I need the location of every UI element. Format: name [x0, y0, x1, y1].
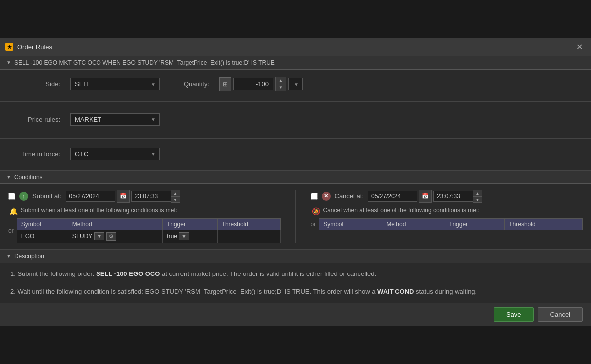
- time-in-force-select[interactable]: GTC DAY IOC: [70, 148, 160, 160]
- submit-date-input[interactable]: [66, 191, 115, 202]
- quantity-label: Quantity:: [170, 80, 209, 88]
- conditions-section: ↑ Submit at: 📅 ▲ ▼: [0, 184, 591, 250]
- submit-condition-text: Submit when at least one of the followin…: [21, 207, 177, 214]
- conditions-label: Conditions: [14, 174, 43, 181]
- cancel-or-label: or: [311, 221, 316, 228]
- order-summary-text: SELL -100 EGO MKT GTC OCO WHEN EGO STUDY…: [14, 59, 275, 66]
- side-select[interactable]: SELL BUY: [70, 78, 160, 90]
- description-label: Description: [14, 253, 44, 260]
- chevron-down-icon: ▼: [6, 60, 11, 65]
- time-in-force-select-wrapper: GTC DAY IOC: [70, 148, 160, 160]
- time-in-force-row: Time in force: GTC DAY IOC: [10, 148, 581, 160]
- submit-time-wrapper: ▲ ▼: [131, 190, 180, 203]
- submit-col-symbol: Symbol: [17, 218, 68, 230]
- side-label: Side:: [10, 80, 60, 88]
- submit-datetime-group: 📅 ▲ ▼: [66, 190, 180, 203]
- cancel-header: ✕ Cancel at: 📅 ▲ ▼: [311, 190, 583, 203]
- cancel-col-method: Method: [382, 218, 445, 230]
- submit-col-method: Method: [68, 218, 163, 230]
- submit-desc-icon: 🔔: [9, 207, 18, 215]
- quantity-down-button[interactable]: ▼: [276, 84, 286, 91]
- desc-line1-prefix: 1. Submit the following order:: [10, 270, 96, 277]
- cancel-time-input[interactable]: [433, 191, 473, 202]
- trigger-dropdown-button[interactable]: ▼: [179, 232, 189, 240]
- cancel-at-label: Cancel at:: [335, 192, 364, 200]
- title-bar-left: ★ Order Rules: [5, 43, 52, 51]
- dialog-title: Order Rules: [17, 43, 52, 51]
- submit-col-threshold: Threshold: [217, 218, 280, 230]
- cancel-datetime-group: 📅 ▲ ▼: [368, 190, 482, 203]
- price-rules-select[interactable]: MARKET LIMIT STOP: [70, 113, 160, 126]
- description-line2: 2. Wait until the following condition is…: [10, 287, 581, 297]
- side-qty-row: Side: SELL BUY Quantity: ⊞ ▲ ▼: [10, 77, 581, 91]
- submit-row-symbol: EGO: [17, 230, 68, 243]
- cancel-button[interactable]: Cancel: [538, 307, 583, 322]
- method-dropdown-button[interactable]: ▼: [94, 232, 104, 240]
- price-rules-row: Price rules: MARKET LIMIT STOP: [10, 113, 581, 126]
- cancel-checkbox[interactable]: [311, 193, 318, 200]
- conditions-row: ↑ Submit at: 📅 ▲ ▼: [8, 190, 583, 243]
- cancel-table-wrapper: or Symbol Method Trigger Threshold: [311, 218, 583, 230]
- side-qty-section: Side: SELL BUY Quantity: ⊞ ▲ ▼: [0, 70, 591, 102]
- submit-row-method: STUDY ▼ ⚙: [68, 230, 163, 243]
- table-row: EGO STUDY ▼ ⚙: [17, 230, 280, 243]
- price-rules-section: Price rules: MARKET LIMIT STOP: [0, 106, 591, 136]
- footer: Save Cancel: [0, 303, 591, 326]
- submit-table-wrapper: or Symbol Method Trigger Threshold: [8, 218, 281, 243]
- desc-line2-rest: status during waiting.: [414, 288, 477, 295]
- submit-checkbox[interactable]: [8, 193, 15, 200]
- conditions-chevron-icon: ▼: [6, 174, 11, 180]
- submit-header: ↑ Submit at: 📅 ▲ ▼: [8, 190, 281, 203]
- order-summary-header: ▼ SELL -100 EGO MKT GTC OCO WHEN EGO STU…: [0, 56, 591, 70]
- app-icon: ★: [5, 43, 13, 51]
- conditions-header: ▼ Conditions: [0, 171, 591, 184]
- desc-line2-prefix: 2. Wait until the following condition is…: [10, 288, 377, 295]
- price-rules-label: Price rules:: [10, 116, 60, 123]
- cancel-time-up-button[interactable]: ▲: [473, 190, 482, 196]
- cancel-calendar-button[interactable]: 📅: [419, 190, 432, 203]
- cancel-icon: ✕: [322, 192, 331, 201]
- cancel-conditions-table: Symbol Method Trigger Threshold: [319, 218, 583, 230]
- trigger-cell: true ▼: [167, 232, 213, 240]
- submit-icon: ↑: [19, 192, 28, 201]
- quantity-up-button[interactable]: ▲: [276, 77, 286, 84]
- cancel-time-down-button[interactable]: ▼: [473, 196, 482, 203]
- submit-row-trigger: true ▼: [163, 230, 217, 243]
- cancel-condition-desc: 🔕 Cancel when at least one of the follow…: [311, 207, 583, 215]
- cancel-date-input[interactable]: [368, 191, 417, 202]
- submit-panel: ↑ Submit at: 📅 ▲ ▼: [8, 190, 281, 243]
- method-cell: STUDY ▼ ⚙: [72, 232, 159, 241]
- description-section: 1. Submit the following order: SELL -100…: [0, 263, 591, 303]
- close-button[interactable]: ✕: [573, 41, 586, 53]
- qty-icon: ⊞: [219, 77, 231, 91]
- cancel-panel: ✕ Cancel at: 📅 ▲ ▼: [311, 190, 583, 243]
- title-bar: ★ Order Rules ✕: [0, 38, 591, 56]
- cancel-col-threshold: Threshold: [505, 218, 583, 230]
- submit-col-trigger: Trigger: [163, 218, 217, 230]
- cancel-condition-text: Cancel when at least one of the followin…: [323, 207, 480, 214]
- quantity-group: ⊞ ▲ ▼: [219, 77, 303, 91]
- trigger-text: true: [167, 233, 177, 240]
- side-select-wrapper: SELL BUY: [70, 78, 160, 90]
- vertical-divider: [296, 190, 296, 243]
- cancel-desc-icon: 🔕: [312, 207, 320, 215]
- order-rules-dialog: ★ Order Rules ✕ ▼ SELL -100 EGO MKT GTC …: [0, 38, 591, 327]
- submit-time-input[interactable]: [131, 191, 171, 202]
- cancel-time-wrapper: ▲ ▼: [433, 190, 482, 203]
- submit-time-spinner: ▲ ▼: [171, 190, 180, 203]
- description-chevron-icon: ▼: [6, 253, 11, 259]
- cancel-time-spinner: ▲ ▼: [473, 190, 482, 203]
- quantity-spinner: ▲ ▼: [275, 77, 286, 91]
- qty-extra-select[interactable]: [288, 78, 303, 90]
- method-gear-button[interactable]: ⚙: [106, 232, 116, 241]
- save-button[interactable]: Save: [494, 307, 534, 322]
- submit-time-up-button[interactable]: ▲: [171, 190, 180, 196]
- time-in-force-label: Time in force:: [10, 150, 60, 158]
- submit-conditions-table: Symbol Method Trigger Threshold EGO: [17, 218, 281, 243]
- desc-line2-bold: WAIT COND: [377, 288, 414, 295]
- submit-condition-desc: 🔔 Submit when at least one of the follow…: [8, 207, 281, 215]
- submit-time-down-button[interactable]: ▼: [171, 196, 180, 203]
- description-header: ▼ Description: [0, 250, 591, 263]
- submit-calendar-button[interactable]: 📅: [117, 190, 130, 203]
- quantity-input[interactable]: [233, 78, 273, 90]
